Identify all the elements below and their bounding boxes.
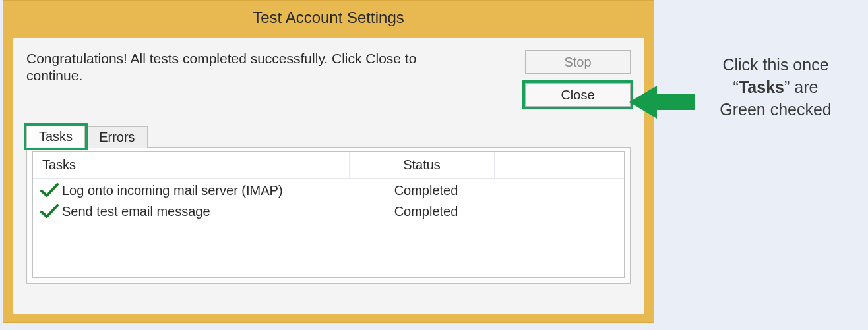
tab-strip: Tasks Errors <box>26 124 631 148</box>
dialog-titlebar: Test Account Settings <box>3 1 654 35</box>
grid-header: Tasks Status <box>33 152 624 179</box>
button-column: Stop Close <box>525 50 631 107</box>
column-header-tasks[interactable]: Tasks <box>33 152 350 178</box>
close-button-label: Close <box>561 88 594 103</box>
test-account-settings-dialog: Test Account Settings Congratulations! A… <box>3 0 654 323</box>
tab-tasks-label: Tasks <box>39 129 73 144</box>
tab-errors-label: Errors <box>99 130 135 144</box>
callout-tasks-word: Tasks <box>739 78 784 96</box>
tasks-grid: Tasks Status Log onto incoming mail serv… <box>32 151 625 278</box>
task-name: Log onto incoming mail server (IMAP) <box>62 180 354 201</box>
grid-body: Log onto incoming mail server (IMAP) Com… <box>33 179 624 277</box>
table-row: Send test email message Completed <box>33 201 624 222</box>
tab-tasks[interactable]: Tasks <box>26 126 85 148</box>
dialog-body: Congratulations! All tests completed suc… <box>13 38 644 314</box>
dialog-top-row: Congratulations! All tests completed suc… <box>26 50 631 107</box>
arrow-left-icon <box>629 83 695 121</box>
dialog-title: Test Account Settings <box>253 9 404 27</box>
check-icon <box>37 183 62 198</box>
stop-button-label: Stop <box>564 55 591 70</box>
stop-button: Stop <box>525 50 631 74</box>
status-message: Congratulations! All tests completed suc… <box>26 50 449 85</box>
callout-line1: Click this once <box>722 55 828 74</box>
tab-errors[interactable]: Errors <box>86 126 147 148</box>
callout-quote-close: ” are <box>784 78 818 96</box>
callout-text: Click this once “Tasks” are Green checke… <box>693 54 859 121</box>
tasks-tab-panel: Tasks Status Log onto incoming mail serv… <box>26 147 631 284</box>
instruction-callout: Click this once “Tasks” are Green checke… <box>661 54 859 121</box>
task-status: Completed <box>354 201 499 222</box>
column-header-status[interactable]: Status <box>350 152 495 178</box>
task-status: Completed <box>354 180 499 201</box>
check-icon <box>37 204 62 219</box>
table-row: Log onto incoming mail server (IMAP) Com… <box>33 180 624 201</box>
callout-line3: Green checked <box>720 100 832 119</box>
svg-marker-0 <box>629 86 695 119</box>
column-header-blank <box>495 152 624 178</box>
task-name: Send test email message <box>62 201 354 222</box>
callout-quote-open: “ <box>733 78 739 96</box>
close-button[interactable]: Close <box>525 83 631 107</box>
